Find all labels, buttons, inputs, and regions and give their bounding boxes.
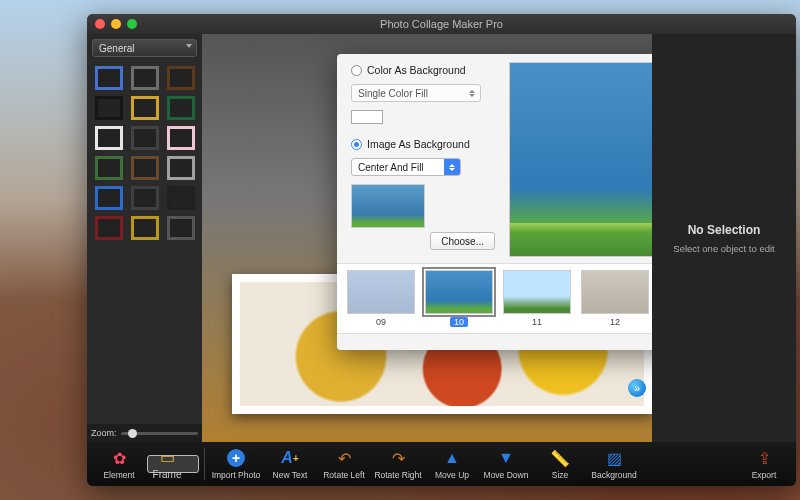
frame-swatch[interactable]: [131, 66, 159, 90]
rotate-right-icon: ↷: [388, 448, 408, 468]
frame-category-label: General: [99, 43, 135, 54]
arrow-up-icon: ▲: [442, 448, 462, 468]
frame-category-select[interactable]: General: [92, 39, 197, 57]
rotate-left-icon: ↶: [334, 448, 354, 468]
export-button[interactable]: ⇪Export: [738, 444, 790, 484]
app-window: Photo Collage Maker Pro General Zoom: »: [87, 14, 796, 486]
background-icon: ▨: [604, 448, 624, 468]
zoom-slider[interactable]: [121, 432, 198, 435]
background-dialog: Color As Background Single Color Fill Im…: [337, 54, 652, 350]
background-preview: [509, 62, 652, 257]
expand-button[interactable]: »: [628, 379, 646, 397]
export-icon: ⇪: [754, 448, 774, 468]
titlebar[interactable]: Photo Collage Maker Pro: [87, 14, 796, 34]
frame-swatch[interactable]: [131, 216, 159, 240]
dialog-options: Color As Background Single Color Fill Im…: [337, 54, 505, 263]
plus-icon: +: [226, 448, 246, 468]
frame-swatch[interactable]: [167, 216, 195, 240]
color-bg-label: Color As Background: [367, 64, 466, 76]
frame-swatch[interactable]: [131, 186, 159, 210]
frame-swatch[interactable]: [95, 186, 123, 210]
frame-swatch[interactable]: [95, 96, 123, 120]
zoom-label: Zoom:: [91, 428, 117, 438]
frame-swatch[interactable]: [95, 156, 123, 180]
radio-icon: [351, 65, 362, 76]
inspector-panel: No Selection Select one object to edit: [652, 34, 796, 442]
frame-swatch[interactable]: [167, 126, 195, 150]
background-thumbnails[interactable]: 09101112: [337, 263, 652, 333]
bg-thumb-10[interactable]: 10: [425, 270, 493, 327]
image-mode-select[interactable]: Center And Fill: [351, 158, 461, 176]
sidebar: General Zoom:: [87, 34, 202, 442]
frame-swatch[interactable]: [131, 96, 159, 120]
bg-thumb-11[interactable]: 11: [503, 270, 571, 327]
color-mode-select[interactable]: Single Color Fill: [351, 84, 481, 102]
inspector-sub: Select one object to edit: [673, 243, 774, 254]
frame-swatch[interactable]: [167, 66, 195, 90]
import-photo-button[interactable]: +Import Photo: [210, 444, 262, 484]
move-down-button[interactable]: ▼Move Down: [480, 444, 532, 484]
window-content: General Zoom: » Color As Background: [87, 34, 796, 442]
radio-icon: [351, 139, 362, 150]
frame-swatch[interactable]: [131, 156, 159, 180]
zoom-control: Zoom:: [87, 424, 202, 442]
frame-swatch[interactable]: [167, 186, 195, 210]
frame-swatch[interactable]: [95, 216, 123, 240]
window-title: Photo Collage Maker Pro: [87, 18, 796, 30]
image-as-background-radio[interactable]: Image As Background: [351, 138, 495, 150]
color-swatch[interactable]: [351, 110, 383, 124]
frame-icon: ▭: [157, 448, 177, 467]
thumbnail-label: 12: [610, 317, 620, 327]
frame-swatch[interactable]: [95, 126, 123, 150]
arrow-down-icon: ▼: [496, 448, 516, 468]
frame-tab[interactable]: ▭Frame: [147, 455, 199, 473]
thumbnail-label: 09: [376, 317, 386, 327]
new-text-button[interactable]: A+New Text: [264, 444, 316, 484]
inspector-heading: No Selection: [688, 223, 761, 237]
thumbnail-label: 11: [532, 317, 542, 327]
current-bg-thumb: [351, 184, 425, 228]
frame-swatch[interactable]: [167, 96, 195, 120]
text-icon: A+: [280, 448, 300, 468]
color-mode-value: Single Color Fill: [358, 88, 428, 99]
separator: [204, 448, 205, 480]
thumbnail-image: [581, 270, 649, 314]
frame-swatch[interactable]: [167, 156, 195, 180]
dialog-preview: [505, 54, 652, 263]
move-up-button[interactable]: ▲Move Up: [426, 444, 478, 484]
element-tab[interactable]: ✿Element: [93, 444, 145, 484]
thumbnail-image: [347, 270, 415, 314]
image-bg-label: Image As Background: [367, 138, 470, 150]
rotate-right-button[interactable]: ↷Rotate Right: [372, 444, 424, 484]
frame-swatch[interactable]: [131, 126, 159, 150]
zoom-thumb[interactable]: [128, 429, 137, 438]
thumbnail-image: [503, 270, 571, 314]
color-as-background-radio[interactable]: Color As Background: [351, 64, 495, 76]
bg-thumb-09[interactable]: 09: [347, 270, 415, 327]
element-icon: ✿: [109, 448, 129, 468]
rotate-left-button[interactable]: ↶Rotate Left: [318, 444, 370, 484]
frame-swatch[interactable]: [95, 66, 123, 90]
bottom-toolbar: ✿Element ▭Frame +Import Photo A+New Text…: [87, 442, 796, 486]
choose-button[interactable]: Choose...: [430, 232, 495, 250]
canvas-area[interactable]: » Color As Background Single Color Fill: [202, 34, 652, 442]
ruler-icon: 📏: [550, 448, 570, 468]
background-button[interactable]: ▨Background: [588, 444, 640, 484]
size-button[interactable]: 📏Size: [534, 444, 586, 484]
image-mode-value: Center And Fill: [358, 162, 424, 173]
thumbnail-label: 10: [450, 317, 468, 327]
frames-grid: [87, 62, 202, 424]
thumbnail-image: [425, 270, 493, 314]
bg-thumb-12[interactable]: 12: [581, 270, 649, 327]
